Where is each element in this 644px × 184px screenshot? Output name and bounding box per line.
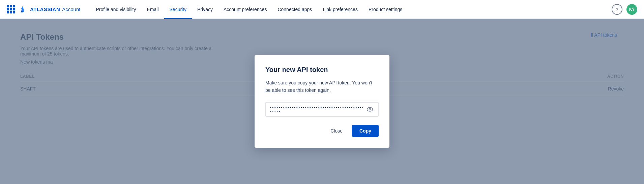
brand-name: ATLASSIAN: [30, 6, 60, 12]
svg-point-0: [367, 108, 373, 112]
modal-title: Your new API token: [265, 66, 379, 74]
nav-link-preferences[interactable]: Link preferences: [317, 0, 363, 19]
modal: Your new API token Make sure you copy yo…: [255, 55, 389, 148]
close-button[interactable]: Close: [325, 125, 348, 136]
avatar[interactable]: KY: [626, 4, 637, 15]
modal-overlay: Your new API token Make sure you copy yo…: [0, 19, 644, 184]
token-value: ••••••••••••••••••••••••••••••••••••••••…: [270, 106, 366, 113]
svg-point-1: [369, 109, 371, 110]
brand-product: Account: [62, 6, 80, 12]
nav-security[interactable]: Security: [164, 0, 192, 19]
help-button[interactable]: ?: [612, 4, 622, 15]
atlassian-logo: ATLASSIAN Account: [19, 5, 80, 14]
nav-account-preferences[interactable]: Account preferences: [218, 0, 272, 19]
nav-links: Profile and visibility Email Security Pr…: [90, 0, 612, 19]
atlassian-mark-icon: [19, 5, 28, 14]
modal-actions: Close Copy: [265, 125, 379, 137]
nav-connected-apps[interactable]: Connected apps: [272, 0, 317, 19]
modal-description: Make sure you copy your new API token. Y…: [265, 79, 379, 94]
nav-product-settings[interactable]: Product settings: [363, 0, 408, 19]
navbar: ATLASSIAN Account Profile and visibility…: [0, 0, 644, 19]
copy-button[interactable]: Copy: [352, 125, 379, 137]
nav-privacy[interactable]: Privacy: [192, 0, 218, 19]
show-token-icon[interactable]: [366, 105, 374, 113]
nav-profile-visibility[interactable]: Profile and visibility: [90, 0, 141, 19]
main-content: ll API tokens API Tokens Your API tokens…: [0, 19, 644, 184]
token-field-wrapper: ••••••••••••••••••••••••••••••••••••••••…: [265, 102, 379, 117]
nav-email[interactable]: Email: [142, 0, 164, 19]
app-switcher-icon[interactable]: [7, 5, 15, 13]
nav-right: ? KY: [612, 4, 637, 15]
brand: ATLASSIAN Account: [7, 5, 80, 14]
